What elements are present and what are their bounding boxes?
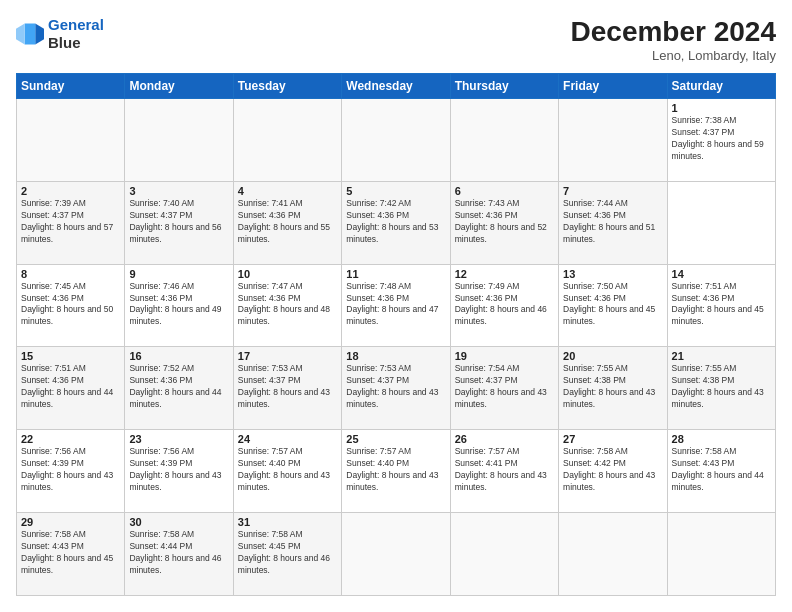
day-number: 26	[455, 433, 554, 445]
day-number: 6	[455, 185, 554, 197]
day-number: 19	[455, 350, 554, 362]
calendar-cell: 4Sunrise: 7:41 AMSunset: 4:36 PMDaylight…	[233, 181, 341, 264]
day-info: Sunrise: 7:49 AMSunset: 4:36 PMDaylight:…	[455, 281, 554, 329]
day-number: 24	[238, 433, 337, 445]
day-info: Sunrise: 7:58 AMSunset: 4:44 PMDaylight:…	[129, 529, 228, 577]
calendar-week-row: 22Sunrise: 7:56 AMSunset: 4:39 PMDayligh…	[17, 430, 776, 513]
calendar-cell	[125, 99, 233, 182]
day-number: 25	[346, 433, 445, 445]
calendar-cell: 15Sunrise: 7:51 AMSunset: 4:36 PMDayligh…	[17, 347, 125, 430]
day-info: Sunrise: 7:43 AMSunset: 4:36 PMDaylight:…	[455, 198, 554, 246]
calendar-cell: 12Sunrise: 7:49 AMSunset: 4:36 PMDayligh…	[450, 264, 558, 347]
calendar-cell: 2Sunrise: 7:39 AMSunset: 4:37 PMDaylight…	[17, 181, 125, 264]
day-number: 7	[563, 185, 662, 197]
day-info: Sunrise: 7:54 AMSunset: 4:37 PMDaylight:…	[455, 363, 554, 411]
calendar-cell: 19Sunrise: 7:54 AMSunset: 4:37 PMDayligh…	[450, 347, 558, 430]
calendar-cell: 10Sunrise: 7:47 AMSunset: 4:36 PMDayligh…	[233, 264, 341, 347]
day-info: Sunrise: 7:57 AMSunset: 4:40 PMDaylight:…	[238, 446, 337, 494]
calendar-cell: 16Sunrise: 7:52 AMSunset: 4:36 PMDayligh…	[125, 347, 233, 430]
calendar-cell: 29Sunrise: 7:58 AMSunset: 4:43 PMDayligh…	[17, 513, 125, 596]
day-number: 2	[21, 185, 120, 197]
day-number: 21	[672, 350, 771, 362]
day-number: 12	[455, 268, 554, 280]
calendar-cell	[342, 513, 450, 596]
day-number: 14	[672, 268, 771, 280]
calendar-cell: 21Sunrise: 7:55 AMSunset: 4:38 PMDayligh…	[667, 347, 775, 430]
calendar-header-thursday: Thursday	[450, 74, 558, 99]
calendar-cell: 11Sunrise: 7:48 AMSunset: 4:36 PMDayligh…	[342, 264, 450, 347]
day-info: Sunrise: 7:55 AMSunset: 4:38 PMDaylight:…	[563, 363, 662, 411]
day-number: 10	[238, 268, 337, 280]
day-info: Sunrise: 7:58 AMSunset: 4:42 PMDaylight:…	[563, 446, 662, 494]
day-info: Sunrise: 7:41 AMSunset: 4:36 PMDaylight:…	[238, 198, 337, 246]
calendar-cell: 23Sunrise: 7:56 AMSunset: 4:39 PMDayligh…	[125, 430, 233, 513]
calendar-cell: 27Sunrise: 7:58 AMSunset: 4:42 PMDayligh…	[559, 430, 667, 513]
calendar-cell	[233, 99, 341, 182]
calendar-cell: 20Sunrise: 7:55 AMSunset: 4:38 PMDayligh…	[559, 347, 667, 430]
title-block: December 2024 Leno, Lombardy, Italy	[571, 16, 776, 63]
calendar-cell: 24Sunrise: 7:57 AMSunset: 4:40 PMDayligh…	[233, 430, 341, 513]
location-subtitle: Leno, Lombardy, Italy	[571, 48, 776, 63]
calendar-cell	[450, 99, 558, 182]
calendar-header-saturday: Saturday	[667, 74, 775, 99]
day-info: Sunrise: 7:53 AMSunset: 4:37 PMDaylight:…	[346, 363, 445, 411]
day-number: 9	[129, 268, 228, 280]
day-number: 4	[238, 185, 337, 197]
page: General Blue December 2024 Leno, Lombard…	[0, 0, 792, 612]
header: General Blue December 2024 Leno, Lombard…	[16, 16, 776, 63]
day-info: Sunrise: 7:57 AMSunset: 4:40 PMDaylight:…	[346, 446, 445, 494]
calendar-cell: 9Sunrise: 7:46 AMSunset: 4:36 PMDaylight…	[125, 264, 233, 347]
day-info: Sunrise: 7:53 AMSunset: 4:37 PMDaylight:…	[238, 363, 337, 411]
calendar-header-tuesday: Tuesday	[233, 74, 341, 99]
day-info: Sunrise: 7:38 AMSunset: 4:37 PMDaylight:…	[672, 115, 771, 163]
calendar-cell: 31Sunrise: 7:58 AMSunset: 4:45 PMDayligh…	[233, 513, 341, 596]
calendar-cell: 18Sunrise: 7:53 AMSunset: 4:37 PMDayligh…	[342, 347, 450, 430]
calendar-cell: 22Sunrise: 7:56 AMSunset: 4:39 PMDayligh…	[17, 430, 125, 513]
month-title: December 2024	[571, 16, 776, 48]
day-info: Sunrise: 7:56 AMSunset: 4:39 PMDaylight:…	[129, 446, 228, 494]
svg-marker-1	[25, 24, 36, 45]
day-number: 28	[672, 433, 771, 445]
day-number: 17	[238, 350, 337, 362]
day-info: Sunrise: 7:44 AMSunset: 4:36 PMDaylight:…	[563, 198, 662, 246]
day-info: Sunrise: 7:56 AMSunset: 4:39 PMDaylight:…	[21, 446, 120, 494]
logo-text: General Blue	[48, 16, 104, 52]
day-number: 16	[129, 350, 228, 362]
calendar-cell: 6Sunrise: 7:43 AMSunset: 4:36 PMDaylight…	[450, 181, 558, 264]
day-number: 27	[563, 433, 662, 445]
day-info: Sunrise: 7:50 AMSunset: 4:36 PMDaylight:…	[563, 281, 662, 329]
day-info: Sunrise: 7:42 AMSunset: 4:36 PMDaylight:…	[346, 198, 445, 246]
day-info: Sunrise: 7:58 AMSunset: 4:43 PMDaylight:…	[21, 529, 120, 577]
calendar-cell: 3Sunrise: 7:40 AMSunset: 4:37 PMDaylight…	[125, 181, 233, 264]
day-info: Sunrise: 7:39 AMSunset: 4:37 PMDaylight:…	[21, 198, 120, 246]
day-info: Sunrise: 7:57 AMSunset: 4:41 PMDaylight:…	[455, 446, 554, 494]
svg-marker-0	[35, 24, 44, 45]
day-info: Sunrise: 7:58 AMSunset: 4:45 PMDaylight:…	[238, 529, 337, 577]
calendar-cell	[559, 513, 667, 596]
calendar-cell: 28Sunrise: 7:58 AMSunset: 4:43 PMDayligh…	[667, 430, 775, 513]
day-info: Sunrise: 7:51 AMSunset: 4:36 PMDaylight:…	[672, 281, 771, 329]
calendar-cell: 5Sunrise: 7:42 AMSunset: 4:36 PMDaylight…	[342, 181, 450, 264]
calendar-cell: 13Sunrise: 7:50 AMSunset: 4:36 PMDayligh…	[559, 264, 667, 347]
day-number: 3	[129, 185, 228, 197]
calendar-cell	[17, 99, 125, 182]
calendar-cell	[559, 99, 667, 182]
day-info: Sunrise: 7:40 AMSunset: 4:37 PMDaylight:…	[129, 198, 228, 246]
day-number: 8	[21, 268, 120, 280]
day-number: 30	[129, 516, 228, 528]
day-number: 22	[21, 433, 120, 445]
calendar-cell	[342, 99, 450, 182]
calendar-week-row: 2Sunrise: 7:39 AMSunset: 4:37 PMDaylight…	[17, 181, 776, 264]
day-info: Sunrise: 7:48 AMSunset: 4:36 PMDaylight:…	[346, 281, 445, 329]
day-number: 31	[238, 516, 337, 528]
svg-marker-2	[16, 24, 25, 45]
logo: General Blue	[16, 16, 104, 52]
calendar-cell: 30Sunrise: 7:58 AMSunset: 4:44 PMDayligh…	[125, 513, 233, 596]
day-info: Sunrise: 7:47 AMSunset: 4:36 PMDaylight:…	[238, 281, 337, 329]
day-number: 1	[672, 102, 771, 114]
calendar-header-sunday: Sunday	[17, 74, 125, 99]
calendar-table: SundayMondayTuesdayWednesdayThursdayFrid…	[16, 73, 776, 596]
calendar-header-row: SundayMondayTuesdayWednesdayThursdayFrid…	[17, 74, 776, 99]
calendar-cell: 8Sunrise: 7:45 AMSunset: 4:36 PMDaylight…	[17, 264, 125, 347]
calendar-cell	[667, 513, 775, 596]
